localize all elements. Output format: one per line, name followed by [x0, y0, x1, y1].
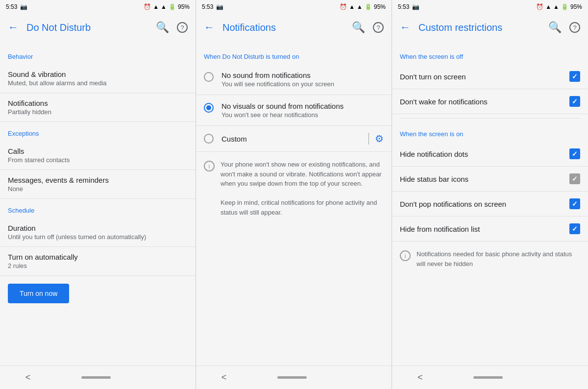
battery-icon-1: 🔋	[169, 3, 176, 10]
check-mark-dont-turn-on: ✓	[572, 73, 578, 80]
nav-bar-3: <	[392, 365, 588, 389]
checkbox-dont-pop[interactable]: Don't pop notifications on screen ✓	[392, 192, 588, 217]
notifications-subtitle: Partially hidden	[8, 108, 188, 116]
page-title-3: Custom restrictions	[418, 22, 540, 33]
back-button-2[interactable]: ←	[204, 21, 215, 34]
sound-vibration-title: Sound & vibration	[8, 70, 188, 78]
status-bar-3: 5:53 📷 ⏰ ▲ ▲ 🔋 95%	[392, 0, 588, 14]
radio-circle-no-visuals	[204, 103, 214, 113]
info-box: i Your phone won't show new or existing …	[196, 152, 392, 225]
checkbox-hide-list[interactable]: Hide from notification list ✓	[392, 217, 588, 242]
top-bar-2: ← Notifications 🔍 ?	[196, 14, 392, 41]
list-item-turn-on-auto[interactable]: Turn on automatically 2 rules	[0, 247, 196, 276]
radio-custom[interactable]: Custom ⚙	[196, 126, 392, 152]
checkbox-dont-wake[interactable]: Don't wake for notifications ✓	[392, 89, 588, 114]
battery-pct-2: 95%	[374, 3, 386, 10]
check-mark-hide-list: ✓	[572, 225, 578, 233]
nav-pill-3	[473, 376, 503, 379]
status-bar-1: 5:53 📷 ⏰ ▲ ▲ 🔋 95%	[0, 0, 196, 14]
info-icon-3: i	[400, 250, 411, 261]
section-on-title: When the screen is on	[392, 122, 588, 142]
radio-no-visuals[interactable]: No visuals or sound from notifications Y…	[196, 95, 392, 126]
checkbox-label-dont-pop: Don't pop notifications on screen	[400, 200, 506, 208]
check-mark-dont-wake: ✓	[572, 97, 578, 105]
signal-icon-2: ▲	[357, 3, 363, 10]
help-button-2[interactable]: ?	[373, 22, 384, 33]
radio-subtitle-no-visuals: You won't see or hear notifications	[221, 111, 343, 119]
radio-title-custom: Custom	[221, 135, 247, 143]
list-item-duration[interactable]: Duration Until you turn off (unless turn…	[0, 218, 196, 247]
radio-title-no-visuals: No visuals or sound from notifications	[221, 102, 343, 110]
list-item-calls[interactable]: Calls From starred contacts	[0, 141, 196, 170]
signal-icon-1: ▲	[161, 3, 167, 10]
radio-subtitle-no-sound: You will see notifications on your scree…	[221, 80, 334, 88]
radio-circle-no-sound	[204, 72, 214, 82]
checkbox-hide-dots[interactable]: Hide notification dots ✓	[392, 142, 588, 167]
content-1: Behavior Sound & vibration Muted, but al…	[0, 41, 196, 365]
duration-subtitle: Until you turn off (unless turned on aut…	[8, 233, 188, 241]
messages-title: Messages, events & reminders	[8, 176, 188, 184]
nav-pill-2	[277, 376, 307, 379]
sound-vibration-subtitle: Muted, but allow alarms and media	[8, 79, 188, 87]
section-schedule-header: Schedule	[0, 199, 196, 218]
section-behavior-header: Behavior	[0, 45, 196, 64]
battery-icon-2: 🔋	[365, 3, 372, 10]
section-exceptions-header: Exceptions	[0, 122, 196, 141]
time-1: 5:53	[6, 3, 17, 10]
nav-bar-1: <	[0, 365, 196, 389]
info-icon: i	[204, 161, 215, 171]
back-button-1[interactable]: ←	[8, 21, 19, 34]
battery-pct-1: 95%	[178, 3, 190, 10]
search-button-3[interactable]: 🔍	[548, 21, 562, 34]
help-button-1[interactable]: ?	[177, 22, 188, 33]
calls-subtitle: From starred contacts	[8, 156, 188, 164]
wifi-icon-3: ▲	[545, 3, 551, 10]
notifications-title: Notifications	[8, 99, 188, 107]
signal-icon-3: ▲	[553, 3, 559, 10]
screen-notifications: 5:53 📷 ⏰ ▲ ▲ 🔋 95% ← Notifications 🔍 ? W…	[196, 0, 392, 389]
checkbox-dont-turn-on[interactable]: Don't turn on screen ✓	[392, 64, 588, 89]
battery-pct-3: 95%	[570, 3, 582, 10]
list-item-sound-vibration[interactable]: Sound & vibration Muted, but allow alarm…	[0, 64, 196, 93]
check-mark-hide-status: ✓	[572, 175, 578, 183]
checkbox-hide-status[interactable]: Hide status bar icons ✓	[392, 167, 588, 192]
duration-title: Duration	[8, 224, 188, 232]
checkbox-box-hide-list: ✓	[569, 223, 580, 234]
help-button-3[interactable]: ?	[569, 22, 580, 33]
radio-no-sound[interactable]: No sound from notifications You will see…	[196, 64, 392, 95]
radio-text-no-sound: No sound from notifications You will see…	[221, 71, 334, 88]
nav-back-2[interactable]: <	[221, 372, 227, 383]
custom-divider	[368, 133, 369, 145]
notifications-section-title: When Do Not Disturb is turned on	[196, 45, 392, 64]
photo-icon-3: 📷	[412, 3, 419, 10]
turn-on-now-button[interactable]: Turn on now	[8, 284, 69, 303]
turn-on-auto-subtitle: 2 rules	[8, 262, 188, 269]
wifi-icon-2: ▲	[349, 3, 355, 10]
info-text-3: Notifications needed for basic phone act…	[416, 249, 580, 268]
nav-back-3[interactable]: <	[417, 372, 423, 383]
alarm-icon-1: ⏰	[144, 3, 151, 10]
info-box-3: i Notifications needed for basic phone a…	[392, 242, 588, 276]
custom-row: Custom ⚙	[221, 133, 384, 145]
list-item-messages[interactable]: Messages, events & reminders None	[0, 170, 196, 199]
back-button-3[interactable]: ←	[400, 21, 411, 34]
screen-custom-restrictions: 5:53 📷 ⏰ ▲ ▲ 🔋 95% ← Custom restrictions…	[392, 0, 588, 389]
photo-icon-2: 📷	[216, 3, 223, 10]
checkbox-label-hide-status: Hide status bar icons	[400, 175, 468, 183]
radio-text-no-visuals: No visuals or sound from notifications Y…	[221, 102, 343, 119]
calls-title: Calls	[8, 147, 188, 155]
nav-pill-1	[81, 376, 111, 379]
messages-subtitle: None	[8, 185, 188, 193]
status-bar-2: 5:53 📷 ⏰ ▲ ▲ 🔋 95%	[196, 0, 392, 14]
battery-icon-3: 🔋	[561, 3, 568, 10]
nav-back-1[interactable]: <	[25, 372, 31, 383]
checkbox-label-hide-list: Hide from notification list	[400, 225, 480, 233]
checkbox-label-dont-turn-on: Don't turn on screen	[400, 73, 466, 81]
gear-icon[interactable]: ⚙	[375, 133, 384, 145]
checkbox-box-hide-status: ✓	[569, 173, 580, 184]
screen-do-not-disturb: 5:53 📷 ⏰ ▲ ▲ 🔋 95% ← Do Not Disturb 🔍 ? …	[0, 0, 196, 389]
search-button-1[interactable]: 🔍	[156, 21, 169, 34]
list-item-notifications[interactable]: Notifications Partially hidden	[0, 93, 196, 122]
content-3: When the screen is off Don't turn on scr…	[392, 41, 588, 365]
search-button-2[interactable]: 🔍	[352, 21, 365, 34]
